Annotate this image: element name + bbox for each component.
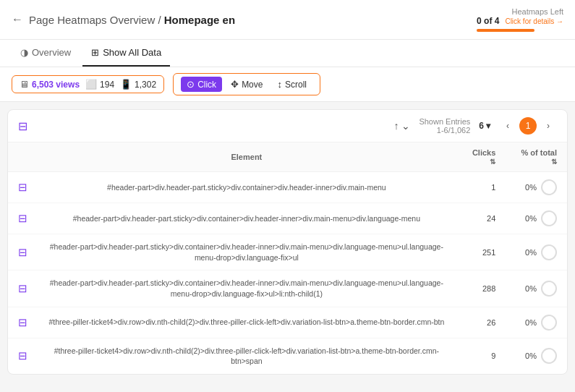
desktop-icon: ⬜: [85, 79, 97, 90]
tab-show-all-data-label: Show All Data: [103, 47, 161, 58]
data-table: Element Clicks ⇅ % of total ⇅ ⊟ #header-…: [8, 142, 567, 374]
click-icon: ⊙: [187, 79, 195, 90]
desktop-stat: ⬜ 194: [85, 79, 114, 90]
back-button[interactable]: ←: [12, 13, 23, 26]
row-icon-cell: ⊟: [8, 203, 38, 234]
col-clicks-label: Clicks: [472, 148, 495, 157]
tab-bar: ◑ Overview ⊞ Show All Data: [0, 40, 575, 67]
percent-donut-icon: [541, 281, 557, 297]
row-percent: 0%: [506, 270, 567, 307]
filter-click-button[interactable]: ⊙ Click: [181, 77, 222, 92]
table-row: ⊟ #header-part>div.header-part.sticky>di…: [8, 172, 567, 203]
move-icon: ✥: [231, 79, 239, 90]
percent-donut-icon: [541, 179, 557, 195]
row-percent: 0%: [506, 307, 567, 338]
scroll-icon: ↕: [277, 79, 282, 90]
row-element: #header-part>div.header-part.sticky>div.…: [38, 203, 456, 234]
percent-value: 0%: [525, 214, 537, 223]
table-row: ⊟ #header-part>div.header-part.sticky>di…: [8, 203, 567, 234]
table-row: ⊟ #header-part>div.header-part.sticky>di…: [8, 234, 567, 270]
top-bar-left: ← Page Heatmaps Overview / Homepage en: [12, 13, 235, 26]
export-button[interactable]: ↑ ⌄: [393, 120, 410, 132]
col-percent[interactable]: % of total ⇅: [506, 142, 567, 172]
desktop-large-icon: 🖥: [20, 79, 29, 90]
percent-value: 0%: [525, 318, 537, 327]
filter-scroll-label: Scroll: [285, 80, 307, 90]
mobile-value: 1,302: [135, 80, 156, 90]
row-percent: 0%: [506, 338, 567, 374]
row-icon-cell: ⊟: [8, 307, 38, 338]
row-icon-cell: ⊟: [8, 270, 38, 307]
export-icon: ↑: [393, 120, 399, 132]
table-view-icon: ⊟: [18, 119, 27, 133]
percent-sort-icon: ⇅: [551, 158, 557, 166]
tab-show-all-data[interactable]: ⊞ Show All Data: [82, 40, 170, 67]
percent-donut-icon: [541, 348, 557, 364]
heatmaps-left-link[interactable]: Click for details →: [505, 17, 563, 25]
percent-donut-icon: [541, 244, 557, 260]
shown-entries-info: Shown Entries 1-6/1,062: [419, 117, 470, 135]
percent-donut-icon: [541, 210, 557, 226]
next-page-button[interactable]: ›: [540, 117, 557, 135]
row-element: #three-piller-ticket4>div.row>div.nth-ch…: [38, 338, 456, 374]
row-clicks: 251: [456, 234, 506, 270]
percent-value: 0%: [525, 351, 537, 360]
row-element: #header-part>div.header-part.sticky>div.…: [38, 270, 456, 307]
filter-click-label: Click: [197, 80, 216, 90]
filters-group: ⊙ Click ✥ Move ↕ Scroll: [173, 73, 320, 95]
heatmaps-left-panel: Heatmaps Left 0 of 4 Click for details →: [477, 7, 563, 32]
per-page-chevron-icon: ▾: [486, 121, 490, 131]
mobile-stat: 📱 1,302: [120, 79, 156, 90]
views-stat: 🖥 6,503 views: [20, 79, 80, 90]
table-toolbar-right: ↑ ⌄ Shown Entries 1-6/1,062 6 ▾ ‹ 1 ›: [393, 117, 557, 135]
stats-bar: 🖥 6,503 views ⬜ 194 📱 1,302 ⊙ Click ✥ Mo…: [0, 67, 575, 102]
row-element: #header-part>div.header-part.sticky>div.…: [38, 172, 456, 203]
mobile-icon: 📱: [120, 79, 132, 90]
views-stats-group: 🖥 6,503 views ⬜ 194 📱 1,302: [12, 75, 164, 93]
filter-scroll-button[interactable]: ↕ Scroll: [271, 77, 312, 92]
table-toolbar-left: ⊟: [18, 119, 27, 133]
export-chevron-icon: ⌄: [401, 120, 410, 132]
row-element-icon: ⊟: [18, 282, 27, 294]
row-element: #three-piller-ticket4>div.row>div.nth-ch…: [38, 307, 456, 338]
table-body: ⊟ #header-part>div.header-part.sticky>di…: [8, 172, 567, 375]
page-title: Page Heatmaps Overview / Homepage en: [29, 14, 235, 26]
col-clicks[interactable]: Clicks ⇅: [456, 142, 506, 172]
col-icon: [8, 142, 38, 172]
heatmaps-progress-bar: [477, 29, 534, 32]
row-element-icon: ⊟: [18, 181, 27, 193]
tab-overview[interactable]: ◑ Overview: [12, 40, 80, 67]
progress-bar-fill: [477, 29, 534, 32]
percent-value: 0%: [525, 248, 537, 257]
tab-overview-label: Overview: [32, 47, 71, 58]
col-element: Element: [38, 142, 456, 172]
row-element-icon: ⊟: [18, 349, 27, 362]
row-clicks: 9: [456, 338, 506, 374]
overview-icon: ◑: [20, 47, 28, 58]
page-title-prefix: Page Heatmaps Overview /: [29, 14, 164, 26]
desktop-value: 194: [100, 80, 114, 90]
prev-page-button[interactable]: ‹: [499, 117, 516, 135]
row-element-icon: ⊟: [18, 212, 27, 224]
table-row: ⊟ #three-piller-ticket4>div.row>div.nth-…: [8, 307, 567, 338]
main-content: ⊟ ↑ ⌄ Shown Entries 1-6/1,062 6 ▾ ‹ 1 ›: [7, 109, 568, 375]
table-row: ⊟ #three-piller-ticket4>div.row>div.nth-…: [8, 338, 567, 374]
current-page-button[interactable]: 1: [519, 117, 537, 135]
percent-donut-icon: [541, 315, 557, 331]
table-header: Element Clicks ⇅ % of total ⇅: [8, 142, 567, 172]
row-clicks: 288: [456, 270, 506, 307]
back-icon: ←: [12, 13, 23, 26]
views-value: 6,503 views: [32, 80, 80, 90]
row-icon-cell: ⊟: [8, 234, 38, 270]
row-element: #header-part>div.header-part.sticky>div.…: [38, 234, 456, 270]
row-clicks: 1: [456, 172, 506, 203]
heatmaps-left-count: 0 of 4: [477, 16, 499, 26]
row-clicks: 24: [456, 203, 506, 234]
filter-move-button[interactable]: ✥ Move: [225, 77, 268, 92]
per-page-select[interactable]: 6 ▾: [479, 121, 490, 131]
per-page-value: 6: [479, 121, 484, 131]
percent-value: 0%: [525, 183, 537, 192]
col-element-label: Element: [231, 153, 262, 161]
top-bar: ← Page Heatmaps Overview / Homepage en H…: [0, 0, 575, 40]
show-all-data-icon: ⊞: [91, 47, 99, 58]
